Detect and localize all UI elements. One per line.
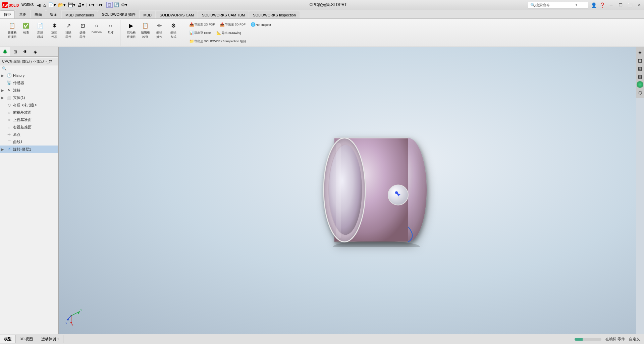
ribbon-toolbar: 📋 新建检查项目 ✅ 检查 📄 新建模板 ❄ 冻固件项 ↗ 移除零件 ⊡ 选择零 [0, 19, 644, 47]
balloon-btn[interactable]: ○ Balloon [90, 21, 103, 35]
bottom-tab-motion[interactable]: 运动算例 1 [37, 335, 63, 343]
search-input[interactable] [535, 3, 576, 7]
expand-solids-icon: ▶ [1, 96, 6, 100]
status-bar: 在编辑 零件 自定义 [571, 337, 644, 342]
bottom-tab-model[interactable]: 模型 [0, 335, 16, 343]
tab-sw-cam-tbm[interactable]: SOLIDWORKS CAM TBM [198, 11, 249, 18]
user-icon[interactable]: 👤 [590, 2, 598, 8]
open-btn[interactable]: 📂▾ [57, 2, 67, 7]
freeze-label: 冻固件项 [51, 31, 57, 39]
history-label: History [13, 73, 24, 77]
minimize-button[interactable]: ─ [606, 0, 616, 10]
tab-sw-plugins[interactable]: SOLIDWORKS 插件 [98, 10, 139, 18]
lp-tab-properties[interactable]: ⊞ [10, 47, 20, 56]
rt-btn-2[interactable]: ◫ [636, 57, 644, 64]
tab-sw-inspection[interactable]: SOLIDWORKS Inspection [249, 11, 300, 18]
search-box[interactable]: 🔍 ▾ [528, 2, 588, 8]
rt-btn-3[interactable]: ▧ [636, 65, 644, 72]
tree-item-top-plane[interactable]: ▱ 上视基准面 [0, 116, 58, 123]
redo-btn[interactable]: ↪▾ [96, 2, 104, 7]
move-label: 移除零件 [65, 31, 71, 39]
save-btn[interactable]: 💾▾ [67, 2, 76, 7]
freeze-btn[interactable]: ❄ 冻固件项 [48, 21, 61, 40]
select-btn[interactable]: ⊡ 选择零件 [76, 21, 89, 40]
print-btn[interactable]: 🖨▾ [76, 2, 85, 7]
right-toolbar: ◈ ◫ ▧ ▨ ⬡ [636, 47, 644, 98]
edit-ops-btn[interactable]: ✏ 编辑操作 [153, 21, 166, 40]
tree-item-material[interactable]: ⬡ 材质 <未指定> [0, 101, 58, 109]
tree-item-history[interactable]: ▶ 🕐 History [0, 72, 58, 79]
lp-tab-feature-tree[interactable]: 🌲 [0, 47, 10, 56]
home-btn[interactable]: ⌂ [42, 2, 47, 8]
move-btn[interactable]: ↗ 移除零件 [62, 21, 75, 40]
tree-item-front-plane[interactable]: ▱ 前视基准面 [0, 109, 58, 116]
new-check-icon: 📋 [8, 22, 16, 30]
tab-sheet-metal[interactable]: 钣金 [46, 10, 61, 18]
edit-mode-btn[interactable]: ⚙ 编辑方式 [167, 21, 180, 40]
start-check-label: 启动检查项目 [127, 31, 136, 39]
material-label: 材质 <未指定> [13, 103, 37, 108]
tree-item-origin[interactable]: ✛ 原点 [0, 131, 58, 138]
check-btn[interactable]: ✅ 检查 [19, 21, 33, 36]
new-btn[interactable]: 📄▾ [47, 2, 57, 7]
tree-item-annotations[interactable]: ▶ ✎ 注解 [0, 87, 58, 94]
tree-item-curve1[interactable]: ⌒ 曲线1 [0, 138, 58, 146]
export-edrawing-label: 导出 eDrawing [222, 31, 241, 35]
balloon-label: Balloon [92, 31, 102, 34]
tree-filter[interactable]: 🔍 [0, 65, 58, 72]
undo-btn[interactable]: ↩▾ [88, 2, 96, 7]
rt-btn-1[interactable]: ◈ [636, 49, 644, 56]
tab-sw-cam[interactable]: SOLIDWORKS CAM [156, 11, 198, 18]
tree-item-revolve[interactable]: ▶ ↺ 旋转-薄壁1 [0, 146, 58, 153]
edit-board-btn[interactable]: 📋 编辑板检查 [139, 21, 152, 40]
dims-btn[interactable]: ↔ 尺寸 [104, 21, 117, 36]
rt-btn-5[interactable] [637, 81, 643, 88]
ribbon-group-edit: ▶ 启动检查项目 📋 编辑板检查 ✏ 编辑操作 ⚙ 编辑方式 [122, 20, 183, 46]
new-template-label: 新建模板 [37, 31, 43, 39]
tab-mbd[interactable]: MBD [140, 11, 155, 18]
restore-button[interactable]: ❐ [616, 0, 625, 10]
3d-model-svg [309, 133, 437, 247]
net-inspect-label: Net-Inspect [256, 23, 271, 26]
nav-arrow-left[interactable]: ◀ [36, 2, 42, 8]
tree-item-right-plane[interactable]: ▱ 右视基准面 [0, 123, 58, 131]
solids-icon: ⬜ [6, 95, 12, 101]
tab-mbd-dimensions[interactable]: MBD Dimensions [62, 11, 98, 18]
export-excel-label: 导出至 Excel [194, 31, 212, 35]
svg-text:SW: SW [2, 4, 8, 8]
bottom-tab-3d-view[interactable]: 3D 视图 [16, 335, 37, 343]
export-3dpdf-btn[interactable]: 📤 导出至 3D PDF [218, 21, 248, 28]
svg-line-25 [67, 316, 71, 320]
options-btn[interactable]: ⚙▾ [120, 2, 128, 7]
export-edrawing-btn[interactable]: 📐 导出 eDrawing [215, 29, 243, 37]
export-2dpdf-btn[interactable]: 📤 导出至 2D PDF [187, 21, 217, 28]
top-plane-icon: ▱ [6, 117, 12, 123]
lp-tab-display[interactable]: ◈ [30, 47, 40, 56]
lp-tab-view[interactable]: 👁 [20, 47, 30, 56]
tab-sketch[interactable]: 草图 [15, 10, 30, 18]
ribbon-tabs: 特征 草图 曲面 钣金 MBD Dimensions SOLIDWORKS 插件… [0, 10, 644, 19]
search-dropdown-icon[interactable]: ▾ [576, 3, 577, 7]
check-icon: ✅ [22, 22, 30, 30]
maximize-button[interactable]: ⬜ [625, 0, 635, 10]
tree-item-solids[interactable]: ▶ ⬜ 实体(1) [0, 94, 58, 101]
export-sw-btn[interactable]: 📁 导出至 SOLIDWORKS Inspection 项目 [187, 38, 248, 45]
rt-btn-4[interactable]: ▨ [636, 73, 644, 80]
tab-surface[interactable]: 曲面 [31, 10, 46, 18]
viewport[interactable]: Z Y X [59, 47, 636, 334]
close-button[interactable]: ✕ [635, 0, 644, 10]
tab-features[interactable]: 特征 [0, 10, 15, 18]
export-sw-label: 导出至 SOLIDWORKS Inspection 项目 [194, 39, 246, 44]
net-inspect-btn[interactable]: 🌐 Net-Inspect [249, 21, 273, 28]
help-icon[interactable]: ❓ [598, 2, 606, 8]
select-tool[interactable]: ⊡ [106, 2, 113, 8]
start-check-btn[interactable]: ▶ 启动检查项目 [124, 21, 138, 40]
rebuild-btn[interactable]: 🔄 [113, 2, 120, 7]
tree-item-sensors[interactable]: 📡 传感器 [0, 79, 58, 87]
export-excel-btn[interactable]: 📊 导出至 Excel [187, 29, 213, 37]
new-template-btn[interactable]: 📄 新建模板 [34, 21, 47, 40]
progress-fill [575, 338, 583, 341]
rt-btn-6[interactable]: ⬡ [636, 89, 644, 96]
new-check-btn[interactable]: 📋 新建检查项目 [5, 21, 19, 40]
material-icon: ⬡ [6, 102, 12, 108]
